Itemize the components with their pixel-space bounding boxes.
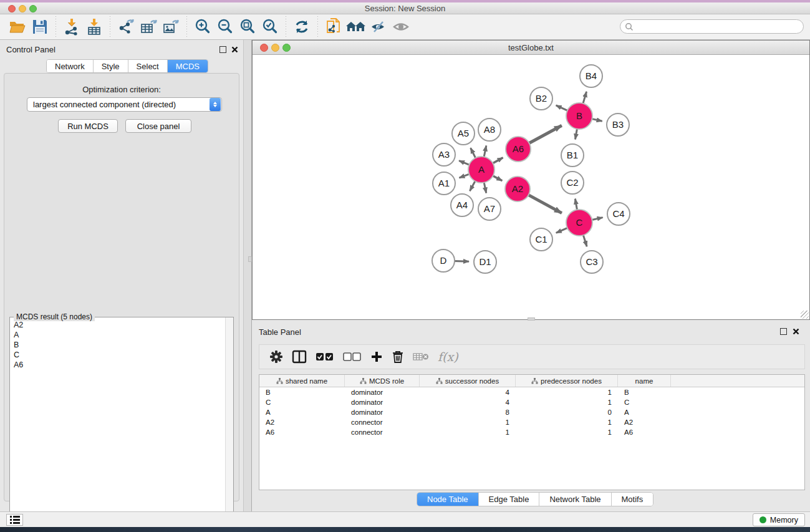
table-row[interactable]: A2connector11A2: [259, 417, 804, 427]
tab-select[interactable]: Select: [128, 60, 168, 72]
save-session-button[interactable]: [29, 17, 51, 37]
table-options-button[interactable]: [269, 347, 283, 366]
zoom-selected-button[interactable]: [259, 17, 281, 37]
deselect-checks-button[interactable]: [343, 347, 362, 366]
table-row[interactable]: Adominator80A: [259, 407, 804, 417]
graph-node[interactable]: B: [566, 103, 592, 129]
graph-edge[interactable]: [575, 128, 577, 140]
graph-node[interactable]: C: [566, 210, 592, 236]
mcds-result-scrollbar[interactable]: [225, 317, 233, 531]
table-row[interactable]: Bdominator41B: [259, 387, 804, 397]
float-panel-button[interactable]: [219, 46, 226, 53]
import-network-button[interactable]: [60, 17, 83, 37]
criterion-select[interactable]: largest connected component (directed): [27, 97, 222, 112]
run-mcds-button[interactable]: Run MCDS: [58, 119, 118, 133]
search-input[interactable]: [620, 19, 804, 34]
close-panel-icon[interactable]: [231, 46, 238, 53]
graph-edge[interactable]: [470, 181, 475, 191]
zoom-out-button[interactable]: [214, 17, 236, 37]
mcds-result-item[interactable]: A6: [14, 360, 225, 370]
graph-edge[interactable]: [471, 148, 476, 158]
graph-node[interactable]: C1: [530, 228, 552, 251]
column-header[interactable]: MCDS role: [345, 375, 420, 387]
import-table-button[interactable]: [83, 17, 105, 37]
network-window-titlebar[interactable]: testGlobe.txt: [253, 41, 809, 55]
graph-edge[interactable]: [583, 235, 587, 246]
tab-edge-table[interactable]: Edge Table: [479, 493, 540, 506]
open-file-button[interactable]: [6, 17, 29, 37]
select-all-checks-button[interactable]: [316, 347, 334, 366]
delete-table-button[interactable]: [413, 347, 429, 366]
create-column-button[interactable]: [370, 347, 383, 366]
graph-edge[interactable]: [575, 199, 577, 211]
graph-node[interactable]: A4: [451, 194, 473, 216]
tab-node-table[interactable]: Node Table: [417, 493, 479, 506]
window-resize-grip[interactable]: [801, 311, 809, 319]
graph-edge[interactable]: [592, 118, 602, 121]
tab-mcds[interactable]: MCDS: [168, 60, 208, 72]
graph-node[interactable]: A2: [505, 177, 530, 201]
graph-edge[interactable]: [529, 125, 562, 143]
graph-node[interactable]: C4: [607, 203, 630, 225]
function-builder-button[interactable]: f(x): [438, 347, 458, 366]
mcds-result-item[interactable]: A2: [14, 320, 225, 330]
close-panel-button[interactable]: Close panel: [125, 119, 191, 133]
graph-edge[interactable]: [454, 261, 469, 262]
graph-node[interactable]: B1: [561, 144, 584, 167]
mcds-result-item[interactable]: B: [14, 340, 225, 350]
task-history-button[interactable]: [6, 514, 23, 526]
graph-node[interactable]: C2: [561, 172, 584, 194]
panel-divider[interactable]: [243, 40, 252, 511]
mcds-result-item[interactable]: A: [14, 330, 225, 340]
export-network-button[interactable]: [115, 17, 137, 37]
graph-edge[interactable]: [556, 105, 568, 111]
zoom-in-button[interactable]: [191, 17, 214, 37]
zoom-fit-button[interactable]: [236, 17, 259, 37]
graph-node[interactable]: A5: [452, 122, 475, 145]
graph-edge[interactable]: [492, 158, 503, 164]
export-table-button[interactable]: [137, 17, 160, 37]
table-row[interactable]: Cdominator41C: [259, 397, 804, 407]
hide-selected-button[interactable]: [367, 17, 390, 37]
graph-node[interactable]: A7: [478, 198, 501, 220]
mcds-result-item[interactable]: C: [14, 350, 225, 360]
graph-node[interactable]: A: [468, 157, 494, 183]
mcds-result-list[interactable]: A2ABCA6: [10, 320, 225, 531]
graph-node[interactable]: C3: [581, 251, 603, 273]
delete-columns-button[interactable]: [392, 347, 404, 366]
graph-edge[interactable]: [583, 92, 587, 104]
graph-node[interactable]: A1: [433, 172, 455, 195]
memory-button[interactable]: Memory: [753, 513, 805, 526]
show-all-button[interactable]: [390, 17, 412, 37]
graph-node[interactable]: B4: [580, 65, 602, 87]
graph-node[interactable]: B3: [607, 114, 629, 136]
column-header[interactable]: predecessor nodes: [516, 375, 618, 387]
graph-node[interactable]: B2: [530, 87, 552, 110]
tab-style[interactable]: Style: [94, 60, 128, 72]
show-column-button[interactable]: [292, 347, 307, 366]
table-close-icon[interactable]: [793, 328, 799, 335]
network-vscrollbar-thumb[interactable]: [248, 256, 252, 262]
network-hscrollbar-thumb[interactable]: [528, 317, 535, 321]
tab-network[interactable]: Network: [47, 60, 94, 72]
tab-motifs[interactable]: Motifs: [612, 493, 653, 506]
column-header[interactable]: name: [618, 375, 671, 387]
graph-node[interactable]: A8: [478, 118, 501, 141]
table-row[interactable]: A6connector11A6: [259, 427, 804, 437]
network-graph[interactable]: B4B2BB3A5A8A6A3AB1A1A4A7A2C2CC4C1C3DD1: [253, 56, 809, 320]
graph-edge[interactable]: [493, 175, 503, 180]
graph-edge[interactable]: [592, 218, 603, 220]
apply-layout-button[interactable]: [291, 17, 313, 37]
network-canvas[interactable]: B4B2BB3A5A8A6A3AB1A1A4A7A2C2CC4C1C3DD1: [253, 56, 809, 319]
first-neighbors-button[interactable]: [345, 17, 367, 37]
export-image-button[interactable]: [160, 17, 182, 37]
graph-edge[interactable]: [459, 174, 470, 178]
graph-node[interactable]: A6: [506, 137, 531, 162]
graph-edge[interactable]: [484, 182, 486, 193]
column-header[interactable]: successor nodes: [420, 375, 516, 387]
graph-node[interactable]: A3: [433, 143, 455, 166]
column-header[interactable]: shared name: [259, 375, 345, 387]
graph-edge[interactable]: [484, 145, 486, 157]
graph-edge[interactable]: [459, 161, 470, 165]
graph-node[interactable]: D: [432, 249, 455, 272]
